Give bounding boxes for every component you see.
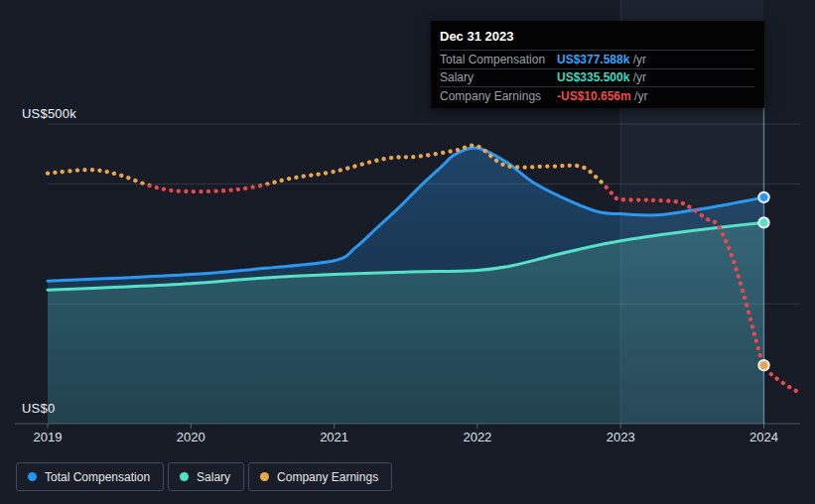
x-axis-label-2020: 2020 xyxy=(169,430,212,444)
legend-dot-salary-icon xyxy=(180,472,189,481)
tooltip-date: Dec 31 2023 xyxy=(440,27,754,50)
x-axis-label-2024: 2024 xyxy=(743,430,786,444)
legend-item-company-earnings[interactable]: Company Earnings xyxy=(248,462,392,491)
x-axis-label-2022: 2022 xyxy=(456,430,499,444)
x-axis-label-2021: 2021 xyxy=(313,430,356,444)
y-axis-label-bottom: US$0 xyxy=(22,401,55,416)
legend-dot-company-earnings-icon xyxy=(260,472,269,481)
x-axis-label-2019: 2019 xyxy=(26,430,69,444)
legend-item-salary[interactable]: Salary xyxy=(168,462,244,491)
legend-item-total-compensation[interactable]: Total Compensation xyxy=(16,462,164,491)
chart-legend: Total Compensation Salary Company Earnin… xyxy=(16,462,392,491)
company-earnings-marker[interactable] xyxy=(758,360,768,370)
tooltip-row-company-earnings: Company Earnings-US$10.656m /yr xyxy=(440,86,754,105)
chart-tooltip: Dec 31 2023 Total CompensationUS$377.588… xyxy=(431,21,764,108)
legend-dot-total-compensation-icon xyxy=(28,472,37,481)
x-axis-label-2023: 2023 xyxy=(599,430,642,444)
total-compensation-marker[interactable] xyxy=(758,192,768,202)
compensation-chart-page: US$500k US$0 2019 2020 2021 2022 2023 20… xyxy=(0,0,815,504)
y-axis-label-top: US$500k xyxy=(22,106,76,121)
salary-marker[interactable] xyxy=(758,217,768,227)
tooltip-row-salary: SalaryUS$335.500k /yr xyxy=(440,68,754,87)
tooltip-row-total-compensation: Total CompensationUS$377.588k /yr xyxy=(440,50,754,68)
